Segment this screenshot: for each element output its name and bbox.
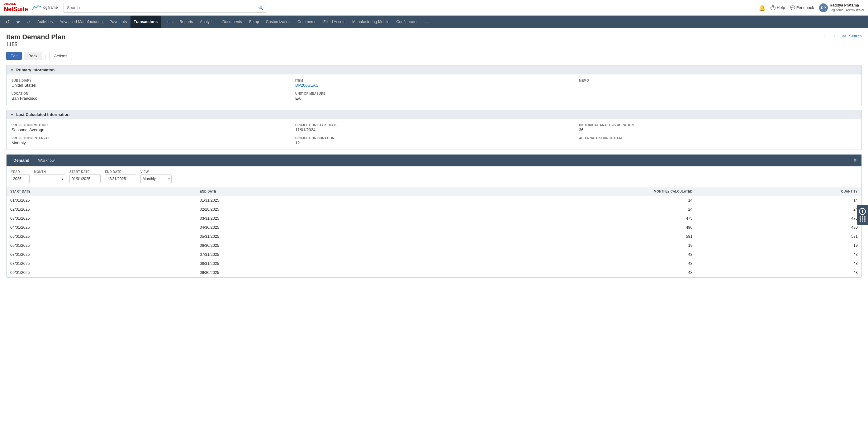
page-header: Item Demand Plan 1155 ← → List Search <box>6 33 862 51</box>
cell-quantity: 48 <box>696 268 862 277</box>
nav-item-fixed-assets[interactable]: Fixed Assets <box>320 16 348 28</box>
projection-start-date-field: PROJECTION START DATE 11/01/2024 <box>295 123 573 132</box>
history-icon-btn[interactable]: ↺ <box>2 17 12 27</box>
demand-table-header-row: START DATE END DATE MONTHLY CALCULATED Q… <box>6 187 862 196</box>
cell-start-date: 08/01/2025 <box>6 259 196 268</box>
last-calculated-body: PROJECTION METHOD Seasonal Average PROJE… <box>6 119 862 150</box>
item-value[interactable]: DP200SEAS <box>295 83 573 88</box>
cell-end-date: 05/31/2025 <box>196 232 380 241</box>
view-select[interactable]: Monthly Weekly Daily <box>141 175 172 183</box>
tabs-menu-icon[interactable]: ≡ <box>851 158 859 163</box>
nav-item-commerce[interactable]: Commerce <box>294 16 319 28</box>
cell-monthly-calculated: 475 <box>380 214 696 223</box>
page-title: Item Demand Plan <box>6 33 66 41</box>
nav-item-reports[interactable]: Reports <box>176 16 196 28</box>
home-icon-btn[interactable]: ⌂ <box>24 17 34 27</box>
feedback-link[interactable]: 💬 Feedback <box>790 5 814 10</box>
location-value: San Francisco <box>11 96 289 101</box>
tabs-panel: Demand Workflow ≡ YEAR MONTH January Feb… <box>6 154 862 278</box>
start-date-filter-label: START DATE <box>69 170 101 174</box>
cell-monthly-calculated: 19 <box>380 241 696 250</box>
nav-item-analytics[interactable]: Analytics <box>197 16 219 28</box>
cell-end-date: 08/31/2025 <box>196 259 380 268</box>
search-input[interactable] <box>64 3 266 13</box>
nav-item-setup[interactable]: Setup <box>246 16 262 28</box>
nav-item-activities[interactable]: Activities <box>34 16 56 28</box>
subsidiary-label: SUBSIDIARY <box>11 79 289 82</box>
nav-more-btn[interactable]: ··· <box>422 19 433 25</box>
star-icon-btn[interactable]: ★ <box>13 17 23 27</box>
nav-item-transactions[interactable]: Transactions <box>130 16 161 28</box>
unit-of-measure-label: UNIT OF MEASURE <box>295 92 573 95</box>
edit-button[interactable]: Edit <box>6 52 22 60</box>
item-field: ITEM DP200SEAS <box>295 79 573 88</box>
nav-item-manufacturing-mobile[interactable]: Manufacturing Mobile <box>349 16 393 28</box>
alternate-source-field: ALTERNATE SOURCE ITEM <box>579 136 857 145</box>
user-name: Raditya Pratama <box>830 3 864 8</box>
cell-start-date: 07/01/2025 <box>6 250 196 259</box>
list-link[interactable]: List <box>840 34 846 38</box>
help-label: Help <box>777 5 785 10</box>
start-date-filter-group: START DATE <box>69 170 101 183</box>
tab-workflow[interactable]: Workflow <box>34 155 59 166</box>
floating-info-widget[interactable]: i <box>857 205 868 225</box>
tab-demand[interactable]: Demand <box>9 155 34 166</box>
cell-end-date: 02/28/2025 <box>196 205 380 214</box>
help-link[interactable]: ? Help <box>771 5 785 10</box>
nav-item-customization[interactable]: Customization <box>263 16 294 28</box>
floating-dot-grid <box>860 216 866 222</box>
notification-icon[interactable]: 🔔 <box>759 4 766 11</box>
top-bar-right: 🔔 ? Help 💬 Feedback RP Raditya Pratama L… <box>759 3 864 12</box>
nav-item-payments[interactable]: Payments <box>106 16 130 28</box>
nav-item-lists[interactable]: Lists <box>161 16 176 28</box>
search-link[interactable]: Search <box>849 34 862 38</box>
top-bar: ORACLE NetSuite logiframe 🔍 🔔 ? Help 💬 F… <box>0 0 868 16</box>
cell-start-date: 09/01/2025 <box>6 268 196 277</box>
floating-info-icon: i <box>859 208 866 215</box>
cell-monthly-calculated: 48 <box>380 259 696 268</box>
table-row: 08/01/2025 08/31/2025 48 48 <box>6 259 862 268</box>
last-calculated-label: Last Calculated Information <box>16 112 69 117</box>
nav-item-advanced-manufacturing[interactable]: Advanced Manufacturing <box>56 16 105 28</box>
month-select-wrapper: January February March April May June Ju… <box>34 175 65 183</box>
cell-monthly-calculated: 43 <box>380 250 696 259</box>
end-date-filter-label: END DATE <box>105 170 136 174</box>
logiframe-logo: logiframe <box>32 4 58 10</box>
nav-next-arrow[interactable]: → <box>832 33 837 39</box>
cell-monthly-calculated: 581 <box>380 232 696 241</box>
end-date-filter-group: END DATE <box>105 170 136 183</box>
projection-duration-label: PROJECTION DURATION <box>295 136 573 140</box>
col-quantity: QUANTITY <box>696 187 862 196</box>
historical-analysis-label: HISTORICAL ANALYSIS DURATION <box>579 123 857 127</box>
back-button[interactable]: Back <box>24 52 42 60</box>
subsidiary-value: United States <box>11 83 289 88</box>
page-title-section: Item Demand Plan 1155 <box>6 33 66 51</box>
oracle-netsuite-logo: ORACLE NetSuite <box>4 3 28 12</box>
page-subtitle: 1155 <box>6 42 66 48</box>
primary-info-toggle-icon: ▼ <box>10 68 14 72</box>
actions-button[interactable]: Actions <box>50 52 72 60</box>
user-avatar: RP <box>819 3 828 12</box>
col-monthly-calculated: MONTHLY CALCULATED <box>380 187 696 196</box>
search-bar: 🔍 <box>64 3 266 13</box>
tabs-header: Demand Workflow ≡ <box>6 155 862 166</box>
month-filter-label: MONTH <box>34 170 65 174</box>
nav-item-documents[interactable]: Documents <box>219 16 245 28</box>
end-date-input[interactable] <box>105 175 136 183</box>
netsuite-text: NetSuite <box>4 6 28 12</box>
primary-info-panel: ▼ Primary Information SUBSIDIARY United … <box>6 65 862 105</box>
demand-table-body: 01/01/2025 01/31/2025 14 14 02/01/2025 0… <box>6 196 862 277</box>
primary-info-header[interactable]: ▼ Primary Information <box>6 65 862 74</box>
primary-info-label: Primary Information <box>16 68 55 72</box>
nav-prev-arrow[interactable]: ← <box>824 33 829 39</box>
nav-item-configurator[interactable]: Configurator <box>393 16 421 28</box>
last-calculated-header[interactable]: ▼ Last Calculated Information <box>6 110 862 119</box>
main-nav: ↺ ★ ⌂ Activities Advanced Manufacturing … <box>0 16 868 28</box>
user-menu[interactable]: RP Raditya Pratama Logiframe · Administr… <box>819 3 864 12</box>
cell-start-date: 04/01/2025 <box>6 223 196 232</box>
start-date-input[interactable] <box>69 175 101 183</box>
year-input[interactable] <box>11 175 30 183</box>
table-row: 01/01/2025 01/31/2025 14 14 <box>6 196 862 205</box>
month-select[interactable]: January February March April May June Ju… <box>34 175 65 183</box>
cell-start-date: 06/01/2025 <box>6 241 196 250</box>
